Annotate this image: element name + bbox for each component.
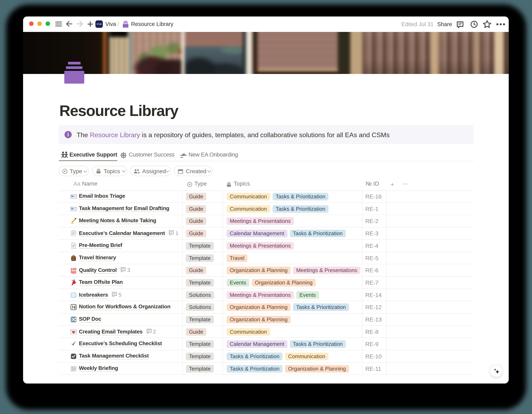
svg-text:100: 100 [70, 267, 76, 271]
